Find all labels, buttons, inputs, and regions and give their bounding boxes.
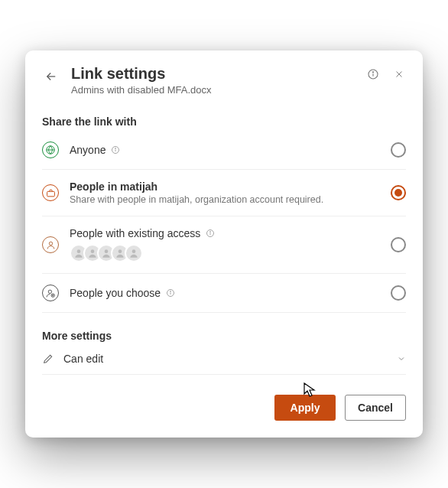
option-existing-title: People with existing access [70, 227, 380, 239]
option-org-desc: Share with people in matijah, organizati… [70, 194, 380, 205]
svg-point-14 [105, 249, 109, 253]
svg-point-15 [118, 249, 122, 253]
option-anyone-label: Anyone [70, 144, 106, 156]
share-section-label: Share the link with [42, 115, 406, 128]
permission-dropdown[interactable]: Can edit [42, 345, 406, 375]
title-block: Link settings Admins with disabled MFA.d… [71, 64, 355, 96]
close-button[interactable] [392, 67, 406, 81]
radio-specific[interactable] [391, 285, 406, 301]
option-body: People in matijah Share with people in m… [70, 181, 380, 205]
radio-anyone[interactable] [391, 142, 406, 158]
svg-point-17 [48, 290, 51, 293]
link-settings-modal: Link settings Admins with disabled MFA.d… [25, 50, 423, 438]
option-body: Anyone [70, 144, 380, 156]
option-body: People you choose [70, 287, 380, 299]
option-specific-title: People you choose [70, 287, 380, 299]
svg-point-8 [49, 242, 52, 245]
modal-header: Link settings Admins with disabled MFA.d… [42, 64, 406, 99]
svg-rect-7 [47, 191, 54, 197]
modal-subtitle: Admins with disabled MFA.docx [71, 84, 355, 96]
svg-point-21 [170, 291, 170, 292]
option-existing-label: People with existing access [70, 227, 200, 239]
option-body: People with existing access [70, 227, 380, 262]
pencil-icon [42, 353, 54, 365]
svg-point-16 [132, 249, 136, 253]
option-anyone-title: Anyone [70, 144, 380, 156]
option-specific[interactable]: People you choose [42, 274, 406, 313]
globe-icon [42, 142, 59, 158]
info-button[interactable] [366, 67, 380, 81]
briefcase-icon [42, 184, 59, 201]
option-anyone[interactable]: Anyone [42, 131, 406, 170]
info-icon[interactable] [165, 288, 175, 298]
permission-label: Can edit [63, 353, 388, 365]
back-button[interactable] [42, 67, 60, 86]
person-plus-icon [42, 285, 59, 301]
cancel-button[interactable]: Cancel [345, 395, 406, 421]
option-org-title: People in matijah [70, 181, 380, 193]
svg-point-12 [77, 249, 81, 253]
person-icon [42, 236, 59, 253]
radio-existing[interactable] [391, 237, 406, 252]
option-existing[interactable]: People with existing access [42, 216, 406, 274]
info-icon [367, 68, 379, 80]
chevron-down-icon [397, 354, 406, 363]
existing-avatars [70, 244, 380, 262]
arrow-left-icon [44, 70, 58, 83]
svg-point-11 [209, 232, 210, 233]
more-settings-label: More settings [42, 330, 406, 342]
radio-org[interactable] [391, 185, 406, 200]
header-actions [366, 67, 406, 81]
apply-button[interactable]: Apply [274, 395, 336, 421]
modal-title: Link settings [71, 64, 355, 83]
svg-point-6 [115, 148, 116, 149]
info-icon[interactable] [110, 145, 120, 155]
option-org[interactable]: People in matijah Share with people in m… [42, 170, 406, 216]
close-icon [394, 69, 404, 80]
svg-point-13 [91, 249, 95, 253]
avatar [125, 244, 143, 262]
modal-footer: Apply Cancel [42, 395, 406, 421]
info-icon[interactable] [205, 229, 215, 239]
option-specific-label: People you choose [70, 287, 161, 299]
svg-point-2 [372, 72, 373, 73]
